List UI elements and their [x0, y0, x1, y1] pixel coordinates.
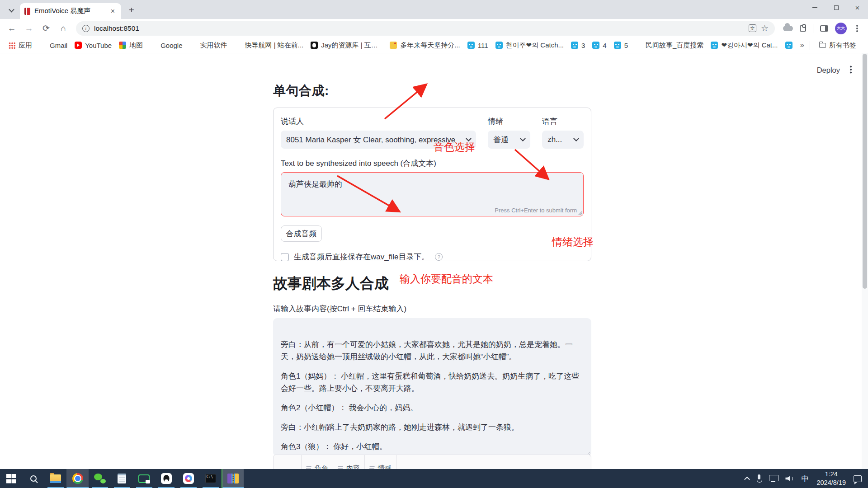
app-menu-icon[interactable]	[850, 69, 852, 70]
save-wav-label: 生成音频后直接保存在wav_file目录下。	[294, 252, 429, 262]
chevron-down-icon	[573, 136, 579, 141]
bookmark-item[interactable]: 地图	[115, 40, 146, 51]
house-icon	[190, 42, 197, 49]
table-row-header-cell[interactable]	[274, 455, 302, 469]
extensions-puzzle-icon[interactable]	[800, 25, 806, 32]
table-column-header[interactable]: 情感	[365, 455, 396, 469]
bookmark-item[interactable]: 应用	[5, 40, 36, 51]
taskbar-button[interactable]	[89, 469, 111, 488]
volume-icon[interactable]	[785, 475, 793, 482]
reload-button[interactable]: ⟳	[39, 21, 53, 36]
bookmark-item[interactable]: ❤킹아서❤의 Cat...	[707, 40, 781, 51]
bookmark-item[interactable]: 多年来每天坚持分...	[386, 40, 464, 51]
bookmark-item[interactable]: 快导航网 | 站在前...	[231, 40, 307, 51]
explorer-icon	[50, 474, 61, 483]
window-controls: ×	[804, 0, 868, 15]
tab-close-icon[interactable]: ×	[109, 7, 117, 16]
story-data-table: 角色 内容 情感	[273, 455, 591, 469]
all-bookmarks-button[interactable]: 所有书签	[816, 40, 860, 51]
google-icon	[150, 42, 157, 49]
taskbar-button[interactable]	[111, 469, 133, 488]
maximize-icon	[834, 5, 839, 10]
browser-tabstrip: EmotiVoice 易魔声 × + ×	[0, 0, 868, 19]
bookmark-item[interactable]: Jay的资源库 | 互联...	[307, 40, 386, 51]
extension-cloud-icon[interactable]	[783, 26, 793, 31]
bookmark-item[interactable]: 5	[610, 40, 632, 51]
cmd-icon	[205, 474, 216, 483]
story-textarea[interactable]: 旁白：从前，有一个可爱的小姑娘，大家都喜欢她，尤其是她的奶奶，总是宠着她。一天，…	[273, 318, 591, 456]
close-button[interactable]: ×	[847, 0, 868, 15]
forward-button[interactable]: →	[22, 21, 36, 36]
input-annotation: 输入你要配音的文本	[400, 272, 493, 286]
deploy-button[interactable]: Deploy	[817, 66, 840, 75]
tab-search-button[interactable]	[5, 3, 18, 17]
toolbar-separator	[813, 24, 813, 33]
taskbar-button[interactable]	[66, 469, 89, 488]
help-icon[interactable]: ?	[435, 253, 443, 261]
notification-center-icon[interactable]	[854, 475, 862, 482]
page-scrollbar[interactable]	[862, 53, 868, 469]
apps-icon	[8, 42, 15, 49]
tray-expand-icon[interactable]	[745, 476, 750, 482]
taskbar-button[interactable]	[44, 469, 66, 488]
story-paragraph: 角色3（狼）： 你好，小红帽。	[281, 441, 584, 453]
taskbar-button[interactable]	[0, 469, 22, 488]
translate-icon[interactable]: 文	[749, 24, 756, 32]
bookmark-item[interactable]: YouTube	[71, 40, 115, 51]
taskbar-button[interactable]	[155, 469, 177, 488]
bookmarks-bar: 应用 Gmail YouTube 地图 Google	[0, 38, 868, 53]
language-select[interactable]: zh...	[542, 131, 584, 149]
bookmark-item[interactable]: 实用软件	[186, 40, 231, 51]
resize-handle[interactable]	[578, 211, 582, 215]
gmail-icon	[39, 42, 47, 49]
profile-avatar[interactable]: 大大	[835, 23, 847, 34]
minimize-icon	[812, 7, 817, 8]
chevron-down-icon	[9, 6, 14, 12]
maximize-button[interactable]	[826, 0, 847, 15]
new-tab-button[interactable]: +	[125, 3, 138, 17]
table-column-header[interactable]: 内容	[333, 455, 365, 469]
bookmark-item[interactable]: 民间故事_百度搜索	[632, 40, 707, 51]
taskbar-button[interactable]	[177, 469, 199, 488]
chrome-icon	[72, 473, 83, 484]
emotion-select[interactable]: 普通	[488, 131, 530, 149]
language-label: 语言	[542, 116, 584, 127]
microphone-icon[interactable]	[757, 474, 761, 483]
bookmarks-overflow-chevron[interactable]: »	[800, 41, 804, 50]
scrollbar-thumb[interactable]	[863, 54, 867, 289]
url-text[interactable]: localhost:8501	[94, 24, 744, 33]
bookmark-item[interactable]: 111	[464, 40, 492, 51]
bookmark-item[interactable]: 천이주❤의 Catch...	[492, 40, 567, 51]
table-column-header[interactable]: 角色	[302, 455, 333, 469]
site-info-icon[interactable]: i	[82, 25, 90, 32]
network-icon[interactable]	[769, 475, 778, 482]
bookmark-item[interactable]: Google	[146, 40, 186, 51]
home-button[interactable]: ⌂	[56, 21, 71, 36]
browser-tab-active[interactable]: EmotiVoice 易魔声 ×	[20, 3, 121, 19]
synthesize-audio-button[interactable]: 合成音频	[281, 225, 322, 242]
side-panel-icon[interactable]	[820, 25, 828, 32]
taskbar-button[interactable]	[22, 469, 44, 488]
browser-menu-icon[interactable]	[856, 28, 858, 29]
close-icon: ×	[855, 4, 860, 12]
taskbar-button[interactable]	[222, 469, 244, 488]
bookmark-item[interactable]: 4	[589, 40, 610, 51]
taskbar-button[interactable]	[199, 469, 222, 488]
voice-annotation: 音色选择	[434, 140, 475, 154]
back-button[interactable]: ←	[5, 21, 19, 36]
address-bar[interactable]: i localhost:8501 文 ☆	[76, 21, 775, 36]
bookmark-item[interactable]: Gmail	[36, 40, 71, 51]
taskbar-clock[interactable]: 1:24 2024/8/19	[816, 470, 846, 487]
xd-icon	[635, 42, 642, 49]
story-paragraph: 旁白：小红帽踏上了去奶奶家的路，她刚走进森林，就遇到了一条狼。	[281, 421, 584, 433]
taskbar-button[interactable]	[133, 469, 155, 488]
minimize-button[interactable]	[804, 0, 826, 15]
synthesis-textarea[interactable]: 葫芦侠是最帅的 Press Ctrl+Enter to submit form	[281, 172, 584, 216]
ime-indicator[interactable]: 中	[801, 474, 809, 484]
speaker-label: 说话人	[281, 116, 476, 127]
save-wav-checkbox[interactable]	[281, 253, 289, 261]
bookmark-item[interactable]: 3	[567, 40, 589, 51]
start-icon	[6, 474, 16, 483]
toolbar-right-icons: 大大	[780, 23, 863, 34]
bookmark-star-icon[interactable]: ☆	[761, 24, 769, 33]
